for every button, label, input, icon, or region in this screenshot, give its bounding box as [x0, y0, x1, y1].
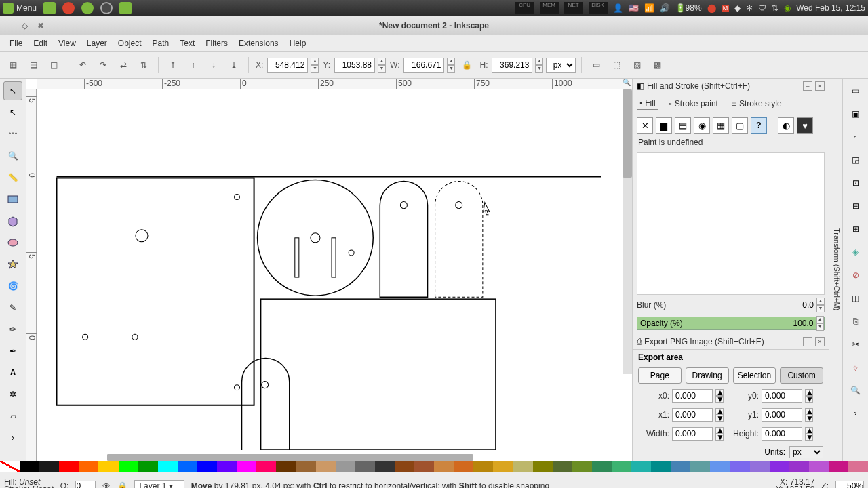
- record-icon[interactable]: ⬤: [707, 3, 716, 13]
- swatch[interactable]: [493, 461, 513, 472]
- swatch[interactable]: [375, 461, 395, 472]
- select-all-layers-button[interactable]: ▤: [24, 56, 42, 74]
- export-page-button[interactable]: Page: [638, 367, 682, 384]
- lower-button[interactable]: ↓: [205, 56, 222, 74]
- affect-pattern-button[interactable]: ▩: [648, 56, 666, 74]
- swatch[interactable]: [434, 461, 454, 472]
- swatch[interactable]: [276, 461, 296, 472]
- fill-rule-nonzero-button[interactable]: ♥: [797, 117, 813, 134]
- raise-button[interactable]: ↑: [184, 56, 202, 74]
- eraser-tool[interactable]: ▱: [3, 407, 22, 426]
- disk-monitor[interactable]: DISK: [589, 2, 608, 14]
- canvas[interactable]: [37, 89, 621, 450]
- tray-icon-1[interactable]: ◆: [734, 3, 741, 13]
- network-icon[interactable]: ⇅: [772, 3, 778, 13]
- launcher-opera-icon[interactable]: [62, 2, 75, 14]
- unit-select[interactable]: px: [546, 58, 576, 73]
- paint-pattern-button[interactable]: ▦: [713, 117, 729, 134]
- swatch[interactable]: [119, 461, 138, 472]
- snap-more-button[interactable]: ›: [846, 404, 865, 423]
- swatch[interactable]: [612, 461, 631, 472]
- swatch[interactable]: [710, 461, 730, 472]
- swatch[interactable]: [414, 461, 434, 472]
- x1-input[interactable]: [672, 408, 713, 422]
- w-down[interactable]: ▼: [447, 65, 455, 73]
- swatch[interactable]: [454, 461, 473, 472]
- w-input[interactable]: [403, 58, 444, 73]
- swatch[interactable]: [158, 461, 178, 472]
- swatch[interactable]: [513, 461, 532, 472]
- minimize-button[interactable]: –: [4, 21, 14, 30]
- affect-corners-button[interactable]: ⬚: [608, 56, 625, 74]
- height-input[interactable]: [762, 427, 802, 441]
- mega-icon[interactable]: M: [722, 5, 730, 12]
- raise-top-button[interactable]: ⤒: [164, 56, 182, 74]
- swatch[interactable]: [829, 461, 848, 472]
- start-menu[interactable]: Menu: [3, 3, 37, 14]
- user-icon[interactable]: 👤: [613, 3, 623, 13]
- snap-intersection-button[interactable]: ⊞: [846, 220, 865, 239]
- launcher-inkscape-icon[interactable]: [100, 2, 113, 14]
- y1-input[interactable]: [762, 408, 802, 422]
- paint-flat-button[interactable]: ▆: [656, 117, 672, 134]
- swatch[interactable]: [20, 461, 39, 472]
- text-tool[interactable]: A: [3, 363, 22, 382]
- layer-lock-icon[interactable]: 🔒: [117, 481, 127, 489]
- paint-swatch-button[interactable]: ▢: [732, 117, 748, 134]
- menu-help[interactable]: Help: [284, 36, 312, 51]
- deselect-button[interactable]: ◫: [45, 56, 62, 74]
- x-input[interactable]: [267, 58, 308, 73]
- snap-zoom-button[interactable]: 🔍: [846, 381, 865, 400]
- swatch[interactable]: [789, 461, 809, 472]
- launcher-folder-icon[interactable]: [119, 2, 132, 14]
- close-button[interactable]: ✖: [36, 21, 45, 30]
- lower-bottom-button[interactable]: ⤓: [225, 56, 243, 74]
- wifi-icon[interactable]: 📶: [644, 3, 654, 13]
- x-up[interactable]: ▲: [311, 58, 319, 65]
- fill-tab[interactable]: ▪ Fill: [637, 97, 658, 110]
- maximize-button[interactable]: ◇: [20, 21, 29, 30]
- select-all-button[interactable]: ▦: [4, 56, 22, 74]
- paint-linear-button[interactable]: ▤: [675, 117, 691, 134]
- export-custom-button[interactable]: Custom: [780, 367, 823, 384]
- swatch[interactable]: [138, 461, 158, 472]
- nvidia-icon[interactable]: ◉: [784, 3, 791, 13]
- w-up[interactable]: ▲: [447, 58, 455, 65]
- swatch[interactable]: [316, 461, 336, 472]
- blur-up[interactable]: ▲: [816, 298, 825, 305]
- snap-paste-button[interactable]: ⎀: [846, 358, 865, 377]
- export-drawing-button[interactable]: Drawing: [686, 367, 729, 384]
- export-min-button[interactable]: –: [803, 337, 812, 346]
- export-selection-button[interactable]: Selection: [733, 367, 776, 384]
- zoom-tool[interactable]: 🔍: [3, 146, 22, 165]
- spiral-tool[interactable]: 🌀: [3, 277, 22, 296]
- launcher-files-icon[interactable]: [43, 2, 56, 14]
- snap-path-button[interactable]: ⊟: [846, 197, 865, 216]
- swatch[interactable]: [848, 461, 868, 472]
- zoom-input[interactable]: [835, 481, 864, 489]
- h-up[interactable]: ▲: [535, 58, 543, 65]
- swatch[interactable]: [750, 461, 770, 472]
- flip-h-button[interactable]: ⇄: [115, 56, 132, 74]
- swatch[interactable]: [39, 461, 59, 472]
- swatch[interactable]: [473, 461, 493, 472]
- rectangle-tool[interactable]: [3, 190, 22, 209]
- clock[interactable]: Wed Feb 15, 12:15: [796, 3, 865, 13]
- layer-selector[interactable]: Layer 1 ▾: [134, 480, 184, 489]
- swatch[interactable]: [237, 461, 256, 472]
- h-down[interactable]: ▼: [535, 65, 543, 73]
- swatch[interactable]: [809, 461, 829, 472]
- swatch[interactable]: [395, 461, 414, 472]
- x-down[interactable]: ▼: [311, 65, 319, 73]
- flip-v-button[interactable]: ⇅: [135, 56, 153, 74]
- swatch[interactable]: [296, 461, 315, 472]
- transform-dock-tab[interactable]: Transform (Shift+Ctrl+M): [829, 79, 842, 461]
- panel-min-button[interactable]: –: [803, 81, 812, 91]
- cpu-monitor[interactable]: CPU: [515, 2, 534, 14]
- tray-icon-2[interactable]: ✻: [746, 3, 753, 13]
- swatch[interactable]: [79, 461, 98, 472]
- swatch[interactable]: [553, 461, 572, 472]
- affect-stroke-button[interactable]: ▭: [587, 56, 605, 74]
- tweak-tool[interactable]: 〰: [3, 125, 22, 144]
- keyboard-layout-icon[interactable]: 🇺🇸: [629, 3, 639, 13]
